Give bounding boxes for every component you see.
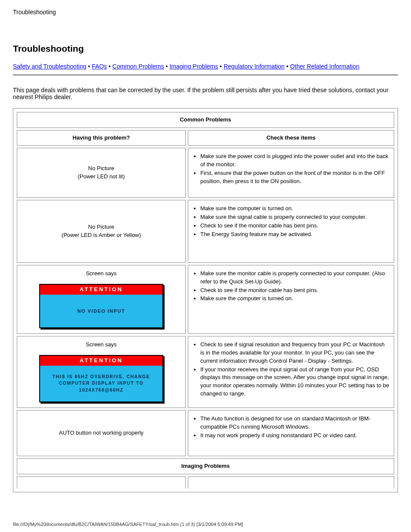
col-solution-header: Check these items xyxy=(188,130,394,146)
nav-regulatory[interactable]: Regulatory Information xyxy=(224,63,285,70)
col-problem-header: Having this problem? xyxy=(17,130,186,146)
list-item: Make sure the signal cable is properly c… xyxy=(200,213,389,221)
list-item: Make sure the monitor cable is properly … xyxy=(200,270,389,286)
list-item: Make sure the power cord is plugged into… xyxy=(200,152,389,169)
list-item: The Energy Saving feature may be activat… xyxy=(200,230,389,239)
table-row: AUTO button not working properly The Aut… xyxy=(17,410,394,456)
table-row: No Picture (Power LED not lit) Make sure… xyxy=(17,148,394,198)
page-title: Troubleshooting xyxy=(13,9,398,16)
solution-cell: Make sure the power cord is plugged into… xyxy=(188,148,394,198)
attention-header: ATTENTION xyxy=(40,285,162,295)
nav-sep: • xyxy=(218,63,224,70)
attention-header: ATTENTION xyxy=(40,356,162,366)
list-item: If your monitor receives the input signa… xyxy=(200,366,389,398)
problem-cell: Screen says ATTENTION THIS IS 85HZ OVERD… xyxy=(17,336,186,408)
solution-cell: Make sure the computer is turned on. Mak… xyxy=(188,200,394,263)
problem-cell: AUTO button not working properly xyxy=(17,410,186,456)
table-row: Screen says ATTENTION NO VIDEO INPUT Mak… xyxy=(17,265,394,334)
divider xyxy=(13,75,398,75)
solution-cell: The Auto function is designed for use on… xyxy=(188,410,394,456)
list-item: It may not work properly if using nonsta… xyxy=(200,432,389,440)
solution-cell: Check to see if signal resolution and fr… xyxy=(188,336,394,408)
section-title: Troubleshooting xyxy=(13,44,398,54)
table-row: Screen says ATTENTION THIS IS 85HZ OVERD… xyxy=(17,336,394,408)
list-item: Check to see if signal resolution and fr… xyxy=(200,341,389,365)
list-item: Check to see if the monitor cable has be… xyxy=(200,222,389,230)
nav-sep: • xyxy=(86,63,92,70)
nav-sep: • xyxy=(107,63,112,70)
nav-imaging[interactable]: Imaging Problems xyxy=(169,63,218,70)
troubleshooting-table: Common Problems Having this problem? Che… xyxy=(13,108,398,492)
nav-links: Safety and Troubleshooting • FAQs • Comm… xyxy=(13,62,398,72)
table-header-imaging: Imaging Problems xyxy=(17,458,394,474)
nav-common[interactable]: Common Problems xyxy=(112,63,164,70)
attention-box: ATTENTION NO VIDEO INPUT xyxy=(39,284,163,328)
list-item: Check to see if the monitor cable has be… xyxy=(200,286,389,295)
list-item: Make sure the computer is turned on. xyxy=(200,295,389,303)
table-row-partial xyxy=(17,476,394,488)
table-header: Common Problems xyxy=(17,112,394,128)
list-item: Make sure the computer is turned on. xyxy=(200,205,389,213)
list-item: First, ensure that the power button on t… xyxy=(200,169,389,186)
attention-box: ATTENTION THIS IS 85HZ OVERDRIVE, CHANGE… xyxy=(39,355,163,402)
attention-body: NO VIDEO INPUT xyxy=(40,295,162,328)
footer-path: file:///D|/My%20documents/dfu/B2C/TAIWAN… xyxy=(13,522,243,527)
intro-text: This page deals with problems that can b… xyxy=(13,87,398,100)
nav-sep: • xyxy=(285,63,290,70)
problem-cell: No Picture (Power LED is Amber or Yellow… xyxy=(17,200,186,263)
attention-body: THIS IS 85HZ OVERDRIVE, CHANGE COMPUTER … xyxy=(40,366,162,401)
solution-cell: Make sure the monitor cable is properly … xyxy=(188,265,394,334)
nav-other[interactable]: Other Related Information xyxy=(290,63,359,70)
table-row: No Picture (Power LED is Amber or Yellow… xyxy=(17,200,394,263)
problem-cell: No Picture (Power LED not lit) xyxy=(17,148,186,198)
nav-faqs[interactable]: FAQs xyxy=(92,63,107,70)
problem-cell: Screen says ATTENTION NO VIDEO INPUT xyxy=(17,265,186,334)
list-item: The Auto function is designed for use on… xyxy=(200,415,389,431)
nav-sep: • xyxy=(164,63,170,70)
nav-safety[interactable]: Safety and Troubleshooting xyxy=(13,63,86,70)
